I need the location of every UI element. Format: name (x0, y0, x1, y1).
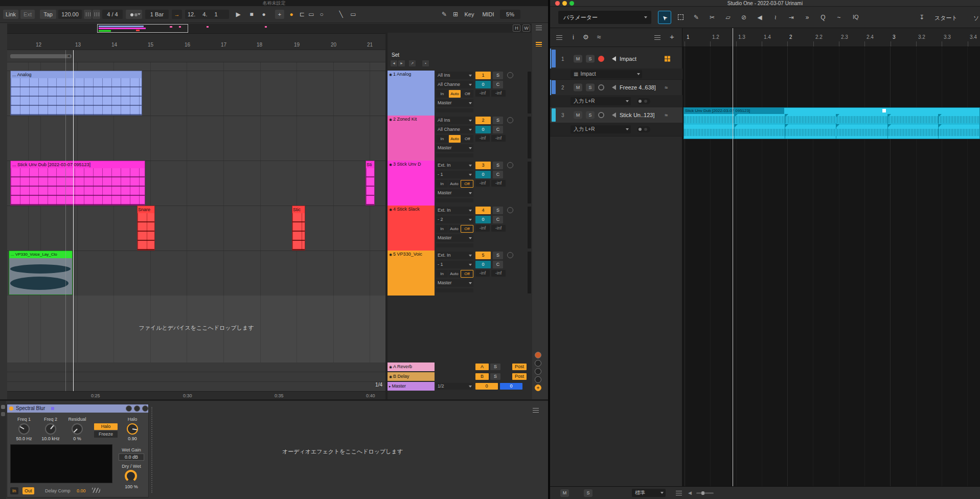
clip-snare[interactable]: Snare (137, 206, 155, 251)
stop-button[interactable]: ■ (247, 10, 256, 19)
device-chain-icon[interactable] (1, 405, 5, 409)
solo-button[interactable]: S (586, 55, 595, 62)
ext-button[interactable]: Ext (20, 10, 35, 19)
zoom-slider[interactable] (696, 492, 714, 494)
input-row[interactable]: 入力 L+R (550, 123, 682, 136)
curve-tool[interactable]: ~ (832, 11, 846, 24)
freq2-knob[interactable] (45, 423, 56, 435)
playhead[interactable] (73, 50, 74, 399)
track-activator[interactable]: 1 (475, 72, 491, 79)
parameter-dropdown[interactable]: パラメーター (558, 11, 651, 24)
output-type-chooser[interactable]: Master (436, 189, 473, 197)
input-channel-chooser[interactable]: - 2 (436, 216, 473, 223)
solo-button[interactable]: S (490, 364, 500, 370)
mute-button[interactable]: M (574, 111, 582, 119)
crossfade-assign[interactable]: C (493, 81, 503, 88)
input-channel-chooser[interactable]: All Channe (436, 126, 473, 133)
input-chooser[interactable]: 入力 L+R (571, 97, 631, 105)
horizontal-scrollbar[interactable]: ◄ (10, 54, 72, 58)
clip-analog[interactable]: ... Analog (10, 71, 142, 116)
freq1-knob[interactable] (18, 423, 30, 435)
time-signature-field[interactable]: 4 / 4 (102, 10, 123, 19)
tools-icon[interactable]: ⚙ (583, 33, 589, 41)
halo-mode-button[interactable]: Halo (94, 423, 118, 430)
solo-button[interactable]: S (493, 117, 503, 124)
freeze-mode-button[interactable]: Freeze (94, 431, 118, 438)
input-type-chooser[interactable]: Ext. In (436, 207, 473, 214)
eraser-tool[interactable]: ▱ (721, 11, 735, 24)
show-returns-toggle[interactable] (535, 360, 541, 367)
cue-out-chooser[interactable]: 1/2 (436, 383, 473, 390)
device-on-toggle[interactable] (9, 406, 13, 411)
clip-stic[interactable]: Stic (292, 206, 305, 251)
paint-tool[interactable]: ✎ (690, 11, 703, 24)
record-arm-button[interactable] (598, 56, 604, 62)
zoom-tool[interactable]: Q (816, 11, 830, 24)
import-icon[interactable]: ↧ (915, 11, 928, 24)
device-titlebar[interactable]: Spectral Blur (7, 404, 148, 413)
fade-mode-button[interactable]: ╲ (337, 10, 345, 19)
width-zoom-button[interactable]: W (522, 25, 530, 32)
hamburger-icon[interactable] (533, 408, 539, 413)
key-map-button[interactable]: Key (462, 10, 476, 19)
input-type-chooser[interactable]: Ext. In (436, 162, 473, 169)
quantize-menu[interactable]: 1 Bar (145, 10, 169, 19)
master-volume[interactable]: 0 (475, 383, 498, 390)
crossfade-assign[interactable]: C (493, 261, 503, 268)
show-mixer-toggle[interactable] (535, 368, 541, 375)
arm-button[interactable] (507, 252, 513, 258)
timeline-ruler[interactable]: 1 1.2 1.3 1.4 2 2.2 2.3 2.4 3 3.2 3.3 3.… (682, 28, 980, 47)
output-type-chooser[interactable]: Master (436, 144, 473, 152)
groove-amount-field[interactable]: 5% (500, 10, 520, 19)
mute-button[interactable]: M (574, 55, 582, 62)
instrument-row[interactable]: ▦Impact (550, 69, 682, 79)
list-icon[interactable] (676, 491, 682, 495)
track-title[interactable]: ◉2 Zoned Kit (388, 116, 435, 161)
knob-value[interactable]: 0 % (64, 436, 90, 441)
track-title[interactable]: ◉4 Stick Slack (388, 206, 435, 251)
pan-value[interactable]: 0 (475, 261, 491, 268)
arm-button[interactable] (507, 117, 513, 123)
output-type-chooser[interactable]: Master (436, 234, 473, 242)
playhead[interactable] (733, 28, 733, 47)
metronome-toggle[interactable] (126, 10, 142, 19)
slider-thumb[interactable] (701, 491, 704, 495)
track-name[interactable]: Stick Un..123] (620, 112, 654, 118)
clip-stick-small[interactable]: Sti (366, 161, 375, 206)
tempo-field[interactable]: 120.00 (58, 10, 82, 19)
follow-button[interactable]: » (801, 11, 814, 24)
fold-icon[interactable]: ◉ (389, 375, 392, 378)
knob-value[interactable]: 10.0 kHz (39, 436, 62, 441)
solo-button[interactable]: S (493, 207, 503, 214)
input-quantize-label[interactable]: IQ (853, 14, 859, 20)
punch-in-button[interactable]: ⊏ (299, 10, 306, 19)
autoscroll-button[interactable]: ⇥ (785, 11, 798, 24)
delay-comp-value[interactable]: 0.00 (77, 488, 86, 493)
output-channel-chooser[interactable] (436, 108, 473, 112)
scrub-area[interactable]: ◄ (7, 50, 385, 62)
dry-wet-value[interactable]: 100 % (118, 484, 145, 489)
solo-button[interactable]: S (586, 83, 595, 91)
halo-knob[interactable] (127, 423, 138, 435)
track-name[interactable]: Impact (620, 56, 636, 62)
crossfade-assign[interactable]: C (493, 216, 503, 223)
device-fold-icon[interactable] (142, 405, 148, 412)
show-sends-toggle[interactable] (535, 352, 541, 358)
nudge-down-button[interactable] (84, 10, 92, 19)
instrument-chooser[interactable]: ▦Impact (571, 70, 642, 78)
channel-mode-toggle[interactable] (637, 98, 650, 104)
scroll-left-icon[interactable]: ◀ (688, 490, 692, 495)
device-preset-icon[interactable] (126, 405, 132, 412)
track-activator[interactable]: 3 (475, 162, 491, 169)
show-io-toggle[interactable] (535, 376, 541, 383)
track-activator[interactable]: 2 (475, 117, 491, 124)
output-channel-chooser[interactable] (436, 243, 473, 247)
return-title[interactable]: ◉B Delay (388, 372, 435, 381)
tap-tempo-button[interactable]: Tap (40, 10, 56, 19)
residual-knob[interactable] (72, 423, 83, 435)
io-section-icon[interactable] (536, 42, 542, 47)
arm-button[interactable] (507, 207, 513, 213)
master-title[interactable]: ▸Master (388, 382, 435, 391)
pan-value[interactable]: 0 (475, 81, 491, 88)
track-row[interactable]: 1 M S Impact (550, 49, 682, 69)
